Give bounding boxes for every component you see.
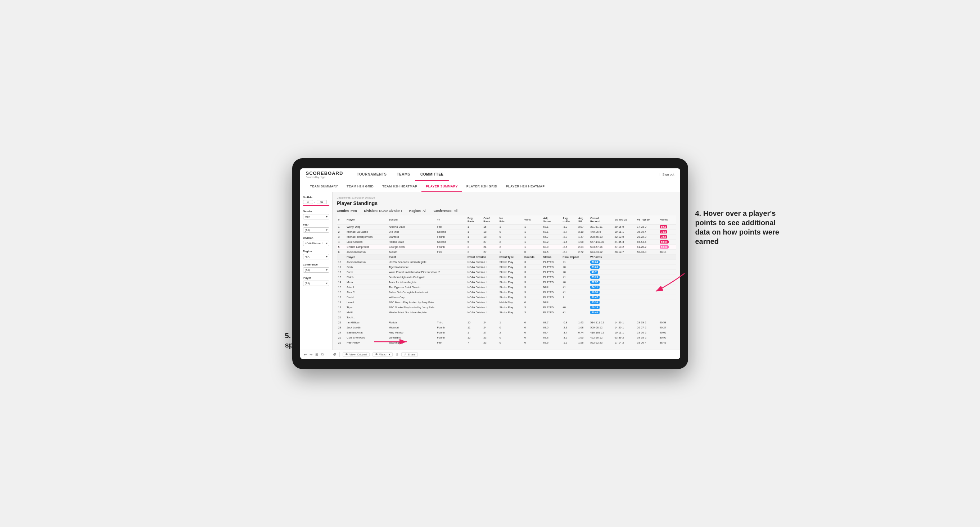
no-rds-slider[interactable] xyxy=(303,205,329,206)
event-points-badge[interactable]: 56.18 xyxy=(590,306,600,309)
download-icon[interactable]: ⬇ xyxy=(396,352,398,357)
division-label: Division xyxy=(303,237,329,240)
view-original-button[interactable]: 👁 View: Original xyxy=(343,352,370,357)
clock-icon[interactable]: ⏱ xyxy=(333,352,337,357)
points-badge-highlighted[interactable]: 60.09 xyxy=(660,245,669,249)
col-no-rds: NoRds. xyxy=(498,216,523,224)
sign-out-button[interactable]: Sign out xyxy=(662,173,674,176)
tablet-screen: SCOREBOARD Powered by clippi TOURNAMENTS… xyxy=(300,168,680,359)
main-nav: TOURNAMENTS TEAMS COMMITTEE xyxy=(352,168,659,181)
no-rds-section: No Rds. - xyxy=(303,196,329,206)
share-button[interactable]: ↗ Share xyxy=(401,352,418,357)
col-yr: Yr xyxy=(436,216,466,224)
copy-icon[interactable]: ⧉ xyxy=(321,352,323,357)
points-badge[interactable]: 68.54 xyxy=(660,240,669,243)
col-vs-top25: Vs Top 25 xyxy=(613,216,636,224)
event-points-badge[interactable]: 16.50 xyxy=(590,290,600,294)
conference-select[interactable]: (All) ▾ xyxy=(303,267,329,273)
nav-tab-committee[interactable]: COMMITTEE xyxy=(415,168,449,181)
event-sub-header-row: Player Event Event Division Event Type R… xyxy=(337,254,676,259)
sub-tab-team-summary[interactable]: TEAM SUMMARY xyxy=(306,181,343,192)
footer-separator xyxy=(339,352,340,357)
event-row: 16 Alex C Fallen Oak Collegiate Invitati… xyxy=(337,290,676,295)
col-reg-rank: RegRank xyxy=(466,216,482,224)
year-select[interactable]: (All) ▾ xyxy=(303,227,329,233)
event-points-badge[interactable]: 25.36 xyxy=(590,301,600,304)
sub-tab-player-h2h-grid[interactable]: PLAYER H2H GRID xyxy=(462,181,502,192)
content-area: Update time: 27/01/2024 16:56:26 Player … xyxy=(332,192,680,350)
event-points-badge[interactable]: 37.57 xyxy=(590,281,600,284)
points-badge[interactable]: 70.2 xyxy=(660,235,668,238)
chevron-down-icon: ▾ xyxy=(326,215,328,218)
event-row: 20 Mattl Mirobel Maui Jim Intercollegiat… xyxy=(337,310,676,315)
event-points-badge[interactable]: 53.60 xyxy=(590,265,600,269)
no-rds-from-input[interactable] xyxy=(303,200,313,204)
slider-fill xyxy=(303,205,329,206)
app-logo-sub: Powered by clippi xyxy=(306,176,343,178)
col-wins: Wins xyxy=(523,216,542,224)
no-rds-range: - xyxy=(303,200,329,204)
gender-filter: Gender: Men xyxy=(337,209,357,213)
annotation-4: 4. Hover over a player's points to see a… xyxy=(695,209,789,246)
section-title: Player Standings xyxy=(337,200,676,206)
watch-button[interactable]: 👁 Watch ▾ xyxy=(372,352,393,357)
undo-icon[interactable]: ↩ xyxy=(304,352,307,357)
gender-label: Gender xyxy=(303,210,329,213)
col-avg-to-par: Avgto-Par xyxy=(561,216,577,224)
col-num: # xyxy=(337,216,345,224)
sub-nav: TEAM SUMMARY TEAM H2H GRID TEAM H2H HEAT… xyxy=(300,181,680,192)
division-select[interactable]: NCAA Division I ▾ xyxy=(303,241,329,246)
tablet-frame: SCOREBOARD Powered by clippi TOURNAMENTS… xyxy=(292,158,688,369)
points-badge[interactable]: 74.2 xyxy=(660,230,668,233)
grid-icon[interactable]: ⊞ xyxy=(315,352,318,357)
event-row: 18 Luke I SEC Match Play hosted by Jerry… xyxy=(337,300,676,305)
no-rds-label: No Rds. xyxy=(303,196,329,199)
sidebar: No Rds. - Gender Men xyxy=(300,192,332,350)
col-points: Points xyxy=(658,216,676,224)
sub-tab-team-h2h-heatmap[interactable]: TEAM H2H HEATMAP xyxy=(378,181,422,192)
view-icon: 👁 xyxy=(345,353,348,356)
points-badge[interactable]: 69.2 xyxy=(660,225,668,229)
event-points-badge[interactable]: 46.40 xyxy=(590,311,600,314)
sub-tab-player-summary[interactable]: PLAYER SUMMARY xyxy=(422,181,462,192)
conference-label: Conference xyxy=(303,263,329,266)
col-overall: OverallRecord xyxy=(589,216,613,224)
nav-tab-teams[interactable]: TEAMS xyxy=(392,168,416,181)
chevron-down-icon: ▾ xyxy=(326,282,328,285)
redo-icon[interactable]: ↪ xyxy=(310,352,312,357)
table-row-highlighted: 5 Christo Lamprecht Georgia Tech Fourth … xyxy=(337,244,676,249)
sub-tab-player-h2h-heatmap[interactable]: PLAYER H2H HEATMAP xyxy=(502,181,549,192)
event-points-badge[interactable]: 46.7 xyxy=(590,270,598,274)
event-row: 12 Brent Wake Forest Invitational at Pin… xyxy=(337,270,676,275)
conference-filter: Conference: All xyxy=(434,209,458,213)
standings-table: # Player School Yr RegRank ConfRank NoRd… xyxy=(337,216,676,345)
table-row: 4 Luke Clanton Florida State Second 5 27… xyxy=(337,239,676,244)
nav-tab-tournaments[interactable]: TOURNAMENTS xyxy=(352,168,391,181)
table-row: 6 Jackson Koivun Auburn First 2 27 1 0 6… xyxy=(337,249,676,254)
region-select[interactable]: N/A ▾ xyxy=(303,254,329,259)
main-content: No Rds. - Gender Men xyxy=(300,192,680,350)
table-row: 1 Wenyi Ding Arizona State First 1 15 1 … xyxy=(337,224,676,229)
col-avg-sg: AvgSG xyxy=(577,216,589,224)
table-row: 2 Michael La Sasso Ole Miss Second 1 18 … xyxy=(337,229,676,234)
region-label: Region xyxy=(303,250,329,253)
no-rds-to-input[interactable] xyxy=(317,200,327,204)
event-points-badge[interactable]: 24.11 xyxy=(590,286,600,289)
player-select[interactable]: (All) ▾ xyxy=(303,281,329,286)
event-points-badge[interactable]: 60.64 xyxy=(590,260,600,264)
event-points-badge[interactable]: 30.47 xyxy=(590,296,600,299)
division-section: Division NCAA Division I ▾ xyxy=(303,237,329,246)
watch-icon: 👁 xyxy=(375,353,378,356)
gender-section: Gender Men ▾ xyxy=(303,210,329,219)
event-points-badge[interactable]: 73.23 xyxy=(590,276,600,279)
year-label: Year xyxy=(303,223,329,226)
event-row: 15 Jake I The Cypress Point Classic NCAA… xyxy=(337,284,676,290)
event-row: 14 Maxx Amer An Intercollegiate NCAA Div… xyxy=(337,279,676,284)
gender-select[interactable]: Men ▾ xyxy=(303,214,329,219)
chevron-down-icon: ▾ xyxy=(326,242,328,245)
division-filter: Division: NCAA Division I xyxy=(364,209,402,213)
table-row: 23 Jack Lundin Missouri Fourth 11 24 0 0… xyxy=(337,325,676,330)
sub-tab-team-h2h-grid[interactable]: TEAM H2H GRID xyxy=(342,181,378,192)
event-row: 21 Tochi... xyxy=(337,315,676,320)
separator: — xyxy=(326,352,330,357)
